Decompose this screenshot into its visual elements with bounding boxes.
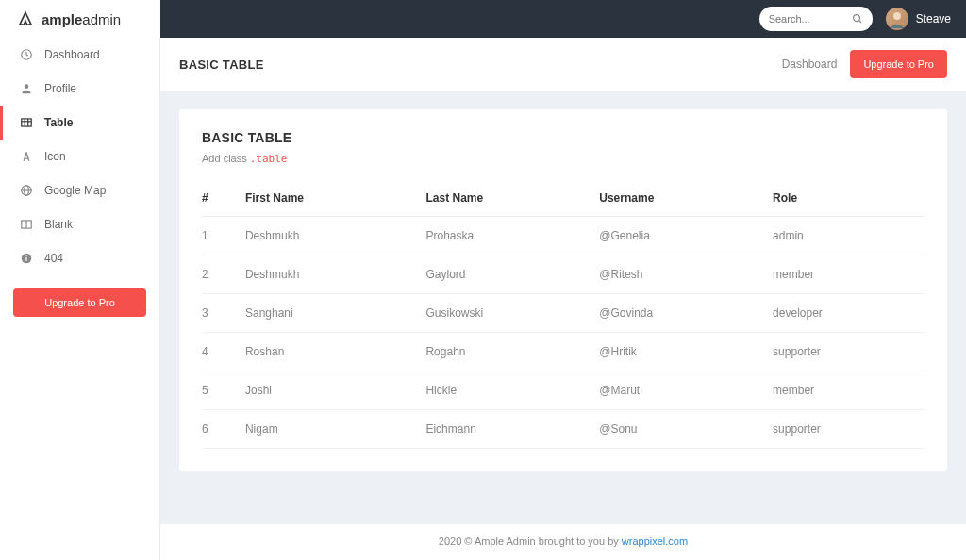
- sidebar-item-google-map[interactable]: Google Map: [0, 173, 159, 207]
- table-cell: 3: [202, 294, 245, 333]
- table-cell: @Genelia: [599, 217, 773, 255]
- sidebar-item-icon[interactable]: Icon: [0, 140, 159, 173]
- table-row: 1DeshmukhProhaska@Geneliaadmin: [202, 217, 924, 255]
- topbar: Steave: [160, 0, 966, 38]
- sidebar-item-label: Table: [44, 116, 73, 129]
- table-cell: @Maruti: [599, 371, 773, 410]
- table-cell: 5: [202, 371, 245, 410]
- table-cell: supporter: [773, 410, 924, 449]
- table-cell: Deshmukh: [245, 217, 426, 255]
- table-cell: Gusikowski: [425, 294, 599, 333]
- column-header: #: [202, 182, 245, 217]
- footer-link[interactable]: wrappixel.com: [622, 535, 688, 547]
- table-cell: 2: [202, 255, 245, 294]
- column-header: First Name: [245, 182, 426, 217]
- sidebar-item-label: Dashboard: [44, 48, 100, 61]
- upgrade-button-sidebar[interactable]: Upgrade to Pro: [13, 288, 146, 317]
- table-cell: Gaylord: [425, 255, 599, 294]
- table-cell: @Hritik: [599, 333, 773, 371]
- svg-point-2: [893, 12, 901, 20]
- table-cell: Sanghani: [245, 294, 426, 333]
- table-cell: Nigam: [245, 410, 426, 449]
- svg-point-0: [853, 15, 859, 22]
- clock-icon: [20, 48, 33, 61]
- breadcrumb[interactable]: Dashboard: [782, 58, 838, 71]
- table-cell: 1: [202, 217, 245, 255]
- svg-rect-15: [25, 257, 26, 261]
- table-icon: [20, 116, 33, 129]
- table-card: BASIC TABLE Add class .table #First Name…: [179, 109, 947, 471]
- sidebar-item-label: Profile: [44, 82, 76, 95]
- table-cell: 6: [202, 410, 245, 449]
- table-cell: Eichmann: [425, 410, 599, 449]
- search-input[interactable]: [769, 13, 846, 25]
- sidebar-item-label: Blank: [44, 218, 73, 231]
- table-cell: Prohaska: [425, 217, 599, 255]
- columns-icon: [20, 218, 33, 231]
- avatar: [886, 8, 908, 30]
- info-icon: [20, 252, 33, 265]
- table-row: 3SanghaniGusikowski@Govindadeveloper: [202, 294, 924, 333]
- user-icon: [20, 82, 33, 95]
- column-header: Username: [599, 182, 773, 217]
- table-cell: admin: [773, 217, 924, 255]
- table-cell: @Ritesh: [599, 255, 773, 294]
- sidebar-item-label: 404: [44, 252, 63, 265]
- search-box[interactable]: [759, 7, 873, 31]
- table-cell: member: [773, 371, 924, 410]
- column-header: Role: [773, 182, 924, 217]
- table-cell: developer: [773, 294, 924, 333]
- sidebar-item-blank[interactable]: Blank: [0, 207, 159, 241]
- logo-icon: [17, 10, 34, 27]
- sidebar-item-table[interactable]: Table: [0, 106, 159, 140]
- table-cell: supporter: [773, 333, 924, 371]
- table-cell: 4: [202, 333, 245, 371]
- footer: 2020 © Ample Admin brought to you by wra…: [160, 524, 966, 560]
- svg-rect-5: [22, 119, 32, 126]
- page-header: BASIC TABLE Dashboard Upgrade to Pro: [160, 38, 966, 91]
- table-cell: member: [773, 255, 924, 294]
- svg-point-4: [25, 84, 29, 89]
- sidebar-item-dashboard[interactable]: Dashboard: [0, 38, 159, 72]
- table-row: 2DeshmukhGaylord@Riteshmember: [202, 255, 924, 294]
- sidebar-item-label: Icon: [44, 150, 66, 163]
- table-row: 6NigamEichmann@Sonusupporter: [202, 410, 924, 449]
- table-cell: Joshi: [245, 371, 426, 410]
- column-header: Last Name: [425, 182, 599, 217]
- sidebar-item-404[interactable]: 404: [0, 241, 159, 275]
- user-name: Steave: [916, 12, 951, 25]
- brand-name: ampleadmin: [42, 11, 121, 27]
- table-cell: Hickle: [425, 371, 599, 410]
- font-icon: [20, 150, 33, 163]
- sidebar-item-profile[interactable]: Profile: [0, 72, 159, 106]
- table-row: 4RoshanRogahn@Hritiksupporter: [202, 333, 924, 371]
- table-cell: Roshan: [245, 333, 426, 371]
- svg-point-16: [25, 255, 26, 256]
- card-title: BASIC TABLE: [202, 130, 924, 145]
- page-title: BASIC TABLE: [179, 58, 264, 72]
- data-table: #First NameLast NameUsernameRole 1Deshmu…: [202, 182, 924, 449]
- upgrade-button-header[interactable]: Upgrade to Pro: [850, 50, 947, 78]
- table-cell: Deshmukh: [245, 255, 426, 294]
- main-content: BASIC TABLE Dashboard Upgrade to Pro BAS…: [160, 38, 966, 560]
- sidebar-item-label: Google Map: [44, 184, 106, 197]
- user-menu[interactable]: Steave: [886, 8, 951, 30]
- sidebar: DashboardProfileTableIconGoogle MapBlank…: [0, 38, 160, 560]
- brand-logo[interactable]: ampleadmin: [0, 0, 160, 38]
- table-cell: Rogahn: [425, 333, 599, 371]
- table-cell: @Sonu: [599, 410, 773, 449]
- globe-icon: [20, 184, 33, 197]
- table-cell: @Govinda: [599, 294, 773, 333]
- table-row: 5JoshiHickle@Marutimember: [202, 371, 924, 410]
- search-icon: [852, 13, 863, 25]
- card-subtitle: Add class .table: [202, 153, 924, 165]
- svg-line-1: [858, 21, 861, 24]
